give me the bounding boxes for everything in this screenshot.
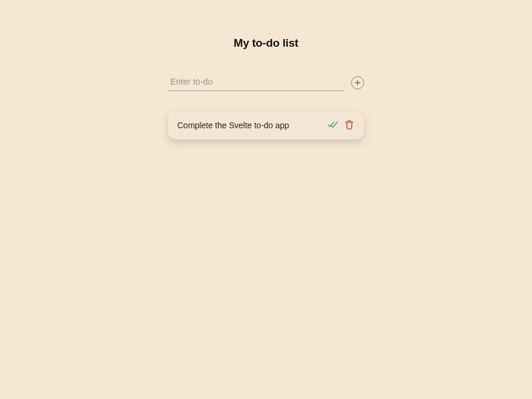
todo-input[interactable] (168, 74, 344, 91)
todo-item-actions (326, 118, 355, 133)
complete-button[interactable] (326, 118, 339, 133)
todo-item: Complete the Svelte to-do app (168, 111, 364, 140)
add-button[interactable] (351, 76, 364, 89)
trash-icon (345, 120, 353, 131)
todo-item-text: Complete the Svelte to-do app (177, 121, 289, 130)
input-row (168, 74, 364, 91)
plus-icon (355, 80, 361, 86)
page-title: My to-do list (233, 37, 298, 50)
delete-button[interactable] (344, 119, 355, 132)
app-container: My to-do list Complete the Svelte to-do … (0, 0, 532, 140)
check-icon (327, 119, 338, 132)
todo-list: Complete the Svelte to-do app (168, 111, 364, 140)
